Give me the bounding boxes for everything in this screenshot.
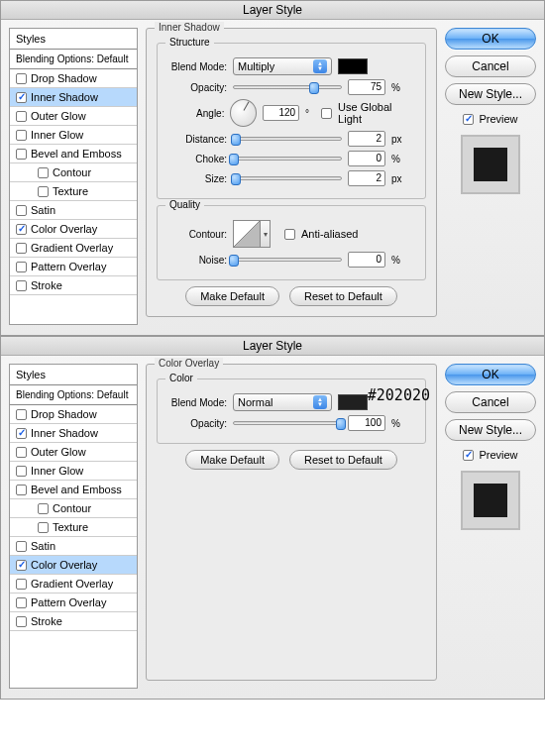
preview-checkbox[interactable] <box>463 114 474 125</box>
style-label: Texture <box>53 185 88 197</box>
reset-to-default-button[interactable]: Reset to Default <box>289 450 397 470</box>
blend-mode-select[interactable]: Normal▲▼ <box>233 393 332 411</box>
style-row[interactable]: Outer Glow <box>10 107 137 126</box>
value-input[interactable]: 2 <box>348 131 385 147</box>
style-checkbox[interactable] <box>38 503 49 514</box>
style-row[interactable]: Texture <box>10 182 137 201</box>
style-checkbox[interactable] <box>16 541 27 552</box>
style-checkbox[interactable] <box>16 111 27 122</box>
style-checkbox[interactable] <box>16 409 27 420</box>
style-checkbox[interactable] <box>16 447 27 458</box>
style-row[interactable]: Contour <box>10 163 137 182</box>
style-checkbox[interactable] <box>38 522 49 533</box>
select-value: Multiply <box>238 60 309 72</box>
style-checkbox[interactable] <box>16 466 27 477</box>
ok-button[interactable]: OK <box>445 364 536 385</box>
slider[interactable] <box>233 157 342 161</box>
use-global-light-checkbox[interactable] <box>321 108 332 119</box>
style-row[interactable]: Bevel and Emboss <box>10 145 137 163</box>
blending-options-row[interactable]: Blending Options: Default <box>10 385 137 405</box>
style-checkbox[interactable] <box>16 149 27 160</box>
slider-thumb[interactable] <box>309 82 319 94</box>
anti-aliased-checkbox[interactable] <box>284 229 295 240</box>
sidebar-heading: Styles <box>10 365 137 385</box>
slider-thumb[interactable] <box>229 255 239 267</box>
style-checkbox[interactable] <box>38 186 49 197</box>
style-checkbox[interactable] <box>16 616 27 627</box>
style-row[interactable]: Color Overlay <box>10 220 137 239</box>
style-row[interactable]: Inner Glow <box>10 126 137 145</box>
unit-label: px <box>391 173 402 184</box>
color-swatch[interactable] <box>338 394 368 410</box>
cancel-button[interactable]: Cancel <box>445 55 536 77</box>
slider[interactable] <box>233 258 342 262</box>
slider[interactable] <box>233 85 342 89</box>
style-checkbox[interactable] <box>16 280 27 291</box>
style-row[interactable]: Outer Glow <box>10 443 137 462</box>
style-row[interactable]: Stroke <box>10 612 137 631</box>
new-style-button[interactable]: New Style... <box>445 83 536 105</box>
cancel-button[interactable]: Cancel <box>445 391 536 413</box>
slider-thumb[interactable] <box>229 154 239 165</box>
style-label: Contour <box>53 502 91 514</box>
style-checkbox[interactable] <box>16 243 27 254</box>
make-default-button[interactable]: Make Default <box>185 450 279 470</box>
blend-mode-select[interactable]: Multiply▲▼ <box>233 57 332 75</box>
preview-label: Preview <box>479 449 517 461</box>
style-row[interactable]: Satin <box>10 201 137 220</box>
style-row[interactable]: Drop Shadow <box>10 405 137 424</box>
style-checkbox[interactable] <box>16 73 27 84</box>
style-row[interactable]: Pattern Overlay <box>10 594 137 612</box>
style-checkbox[interactable] <box>38 167 49 178</box>
style-checkbox[interactable] <box>16 597 27 608</box>
style-checkbox[interactable] <box>16 579 27 590</box>
value-input[interactable]: 2 <box>348 170 385 186</box>
preview-toggle-row: Preview <box>445 113 536 125</box>
blending-options-row[interactable]: Blending Options: Default <box>10 50 137 69</box>
angle-input[interactable]: 120 <box>263 105 299 121</box>
slider-thumb[interactable] <box>231 134 241 146</box>
preview-checkbox[interactable] <box>463 450 474 461</box>
style-row[interactable]: Stroke <box>10 276 137 295</box>
style-checkbox[interactable] <box>16 560 27 571</box>
ok-button[interactable]: OK <box>445 28 536 50</box>
style-row[interactable]: Contour <box>10 499 137 518</box>
angle-dial[interactable] <box>230 99 257 127</box>
value-input[interactable]: 100 <box>348 415 385 431</box>
style-checkbox[interactable] <box>16 205 27 216</box>
style-checkbox[interactable] <box>16 92 27 103</box>
style-row[interactable]: Satin <box>10 537 137 556</box>
style-checkbox[interactable] <box>16 485 27 495</box>
slider-thumb[interactable] <box>231 173 241 185</box>
value-input[interactable]: 75 <box>348 79 385 95</box>
style-row[interactable]: Inner Glow <box>10 462 137 481</box>
style-checkbox[interactable] <box>16 428 27 439</box>
style-row[interactable]: Texture <box>10 518 137 537</box>
style-label: Inner Glow <box>31 465 83 477</box>
slider[interactable] <box>233 137 342 141</box>
value-input[interactable]: 0 <box>348 151 385 166</box>
reset-to-default-button[interactable]: Reset to Default <box>289 286 397 306</box>
slider[interactable] <box>233 176 342 180</box>
slider-thumb[interactable] <box>336 418 346 430</box>
make-default-button[interactable]: Make Default <box>185 286 279 306</box>
value-input[interactable]: 0 <box>348 252 385 268</box>
new-style-button[interactable]: New Style... <box>445 419 536 441</box>
style-row[interactable]: Drop Shadow <box>10 69 137 88</box>
style-label: Gradient Overlay <box>31 578 113 590</box>
style-row[interactable]: Color Overlay <box>10 556 137 575</box>
style-row[interactable]: Bevel and Emboss <box>10 481 137 499</box>
style-row[interactable]: Gradient Overlay <box>10 239 137 258</box>
style-row[interactable]: Gradient Overlay <box>10 575 137 594</box>
slider[interactable] <box>233 421 342 425</box>
style-checkbox[interactable] <box>16 130 27 141</box>
style-checkbox[interactable] <box>16 224 27 235</box>
unit-label: % <box>391 418 400 429</box>
style-row[interactable]: Inner Shadow <box>10 88 137 107</box>
dropdown-caret-icon[interactable]: ▾ <box>261 220 271 248</box>
contour-picker[interactable]: ▾ <box>233 220 271 248</box>
style-row[interactable]: Pattern Overlay <box>10 258 137 276</box>
color-swatch[interactable] <box>338 58 368 74</box>
style-checkbox[interactable] <box>16 262 27 272</box>
style-row[interactable]: Inner Shadow <box>10 424 137 443</box>
